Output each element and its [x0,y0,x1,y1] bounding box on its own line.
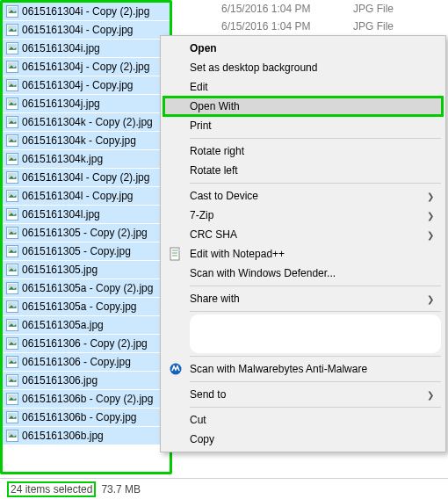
file-item[interactable]: 0615161306 - Copy (2).jpg [3,335,170,353]
menu-item-send-to[interactable]: Send to❯ [163,385,443,404]
jpg-file-icon [6,116,18,128]
menu-item-open[interactable]: Open [163,39,443,58]
menu-separator [190,138,441,139]
file-name: 0615161304i - Copy.jpg [18,24,134,36]
menu-item-label: Rotate right [190,145,244,157]
svg-point-26 [9,119,11,120]
detail-row: 6/15/2016 1:04 PM JPG File [172,0,448,18]
menu-item-label: Rotate left [190,164,238,177]
menu-item-crc-sha[interactable]: CRC SHA❯ [163,225,443,244]
jpg-file-icon [6,208,18,221]
file-item[interactable]: 0615161304l.jpg [3,206,170,224]
menu-item-rotate-left[interactable]: Rotate left [163,161,443,180]
jpg-file-icon [6,245,18,257]
menu-item-label: Send to [190,388,226,401]
svg-point-18 [9,82,11,83]
menu-item-label: Scan with Malwarebytes Anti-Malware [190,363,367,375]
menu-item-print[interactable]: Print [163,116,443,135]
menu-separator [190,407,441,408]
menu-item-rotate-right[interactable]: Rotate right [163,141,443,161]
jpg-file-icon [6,300,18,313]
svg-point-78 [9,358,11,360]
svg-point-38 [9,174,11,176]
menu-item-open-with[interactable]: Open With [163,97,443,116]
menu-item-7-zip[interactable]: 7-Zip❯ [163,206,443,225]
jpg-file-icon [6,98,18,110]
menu-item-label: Set as desktop background [190,61,317,74]
file-name: 0615161306 - Copy.jpg [18,356,131,368]
svg-point-62 [9,285,11,286]
file-item[interactable]: 0615161305 - Copy (2).jpg [3,224,170,242]
file-item[interactable]: 0615161304l - Copy (2).jpg [3,169,170,187]
file-name: 0615161306.jpg [18,374,98,387]
file-item[interactable]: 0615161304i - Copy (2).jpg [3,3,170,21]
menu-item-label: Cut [190,414,206,426]
jpg-file-icon [6,5,18,18]
status-selected-count: 24 items selected [7,481,96,497]
file-item[interactable]: 0615161304k.jpg [3,150,170,169]
jpg-file-icon [6,374,18,387]
menu-item-edit-with-notepad[interactable]: Edit with Notepad++ [163,244,443,264]
file-name: 0615161305 - Copy.jpg [18,245,131,257]
file-item[interactable]: 0615161306b - Copy (2).jpg [3,390,170,409]
svg-point-22 [9,100,11,102]
jpg-file-icon [6,134,18,147]
explorer-pane: 0615161304i - Copy (2).jpg0615161304i - … [0,0,448,474]
file-item[interactable]: 0615161306.jpg [3,372,170,390]
jpg-file-icon [6,61,18,73]
menu-item-edit[interactable]: Edit [163,77,443,97]
menu-item-set-as-desktop-background[interactable]: Set as desktop background [163,58,443,77]
menu-item-cut[interactable]: Cut [163,410,443,430]
file-item[interactable]: 0615161306b.jpg [3,427,170,445]
file-item[interactable]: 0615161304i.jpg [3,40,170,58]
jpg-file-icon [6,264,18,276]
jpg-file-icon [6,153,18,165]
file-name: 0615161305 - Copy (2).jpg [18,227,148,239]
file-item[interactable]: 0615161304l - Copy.jpg [3,187,170,206]
svg-point-2 [9,8,11,10]
file-item[interactable]: 0615161304j.jpg [3,95,170,113]
file-name: 0615161306b.jpg [18,430,104,442]
svg-point-58 [9,266,11,268]
date-modified: 6/15/2016 1:04 PM [221,20,327,33]
file-item[interactable]: 0615161304k - Copy (2).jpg [3,113,170,132]
svg-point-6 [9,26,11,28]
svg-point-90 [9,414,11,416]
svg-point-34 [9,155,11,157]
file-name: 0615161305a.jpg [18,319,104,331]
jpg-file-icon [6,337,18,350]
file-item[interactable]: 0615161305a.jpg [3,316,170,335]
menu-item-copy[interactable]: Copy [163,430,443,449]
file-name: 0615161304i - Copy (2).jpg [18,5,149,18]
file-name: 0615161305a - Copy (2).jpg [18,282,153,294]
svg-point-54 [9,248,11,250]
file-item[interactable]: 0615161304i - Copy.jpg [3,21,170,40]
file-item[interactable]: 0615161305 - Copy.jpg [3,242,170,261]
menu-item-share-with[interactable]: Share with❯ [163,289,443,308]
file-item[interactable]: 0615161306b - Copy.jpg [3,409,170,427]
file-item[interactable]: 0615161304k - Copy.jpg [3,132,170,150]
file-item[interactable]: 0615161304j - Copy.jpg [3,76,170,95]
svg-point-42 [9,192,11,194]
jpg-file-icon [6,356,18,368]
menu-item-label: CRC SHA [190,228,237,241]
file-item[interactable]: 0615161306 - Copy.jpg [3,353,170,372]
menu-item-cast-to-device[interactable]: Cast to Device❯ [163,186,443,206]
jpg-file-icon [6,190,18,202]
context-menu[interactable]: OpenSet as desktop backgroundEditOpen Wi… [160,35,446,452]
file-name: 0615161305.jpg [18,264,98,276]
file-name: 0615161306b - Copy.jpg [18,411,137,423]
svg-point-66 [9,303,11,305]
jpg-file-icon [6,42,18,54]
file-name: 0615161304i.jpg [18,42,100,54]
file-list-selected[interactable]: 0615161304i - Copy (2).jpg0615161304i - … [0,0,172,474]
file-item[interactable]: 0615161305a - Copy.jpg [3,298,170,316]
menu-item-scan-with-windows-defender[interactable]: Scan with Windows Defender... [163,264,443,283]
jpg-file-icon [6,319,18,331]
file-item[interactable]: 0615161305a - Copy (2).jpg [3,279,170,298]
menu-item-scan-with-malwarebytes-anti-malware[interactable]: Scan with Malwarebytes Anti-Malware [163,359,443,379]
file-item[interactable]: 0615161305.jpg [3,261,170,279]
file-name: 0615161306 - Copy (2).jpg [18,337,148,350]
file-item[interactable]: 0615161304j - Copy (2).jpg [3,58,170,76]
jpg-file-icon [6,393,18,405]
